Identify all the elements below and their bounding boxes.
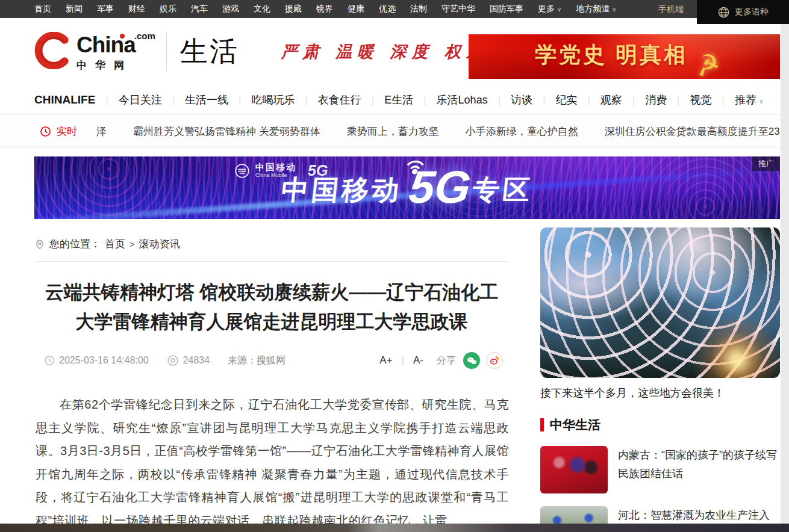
- breadcrumb-label: 您的位置：: [49, 237, 101, 251]
- top-nav-culture[interactable]: 文化: [254, 4, 270, 14]
- sidebar: 接下来这半个多月，这些地方会很美！ 中华生活 内蒙古：“国家的孩子”的孩子续写民…: [540, 227, 780, 532]
- ticker-item[interactable]: 小手添新绿，童心护自然: [466, 125, 578, 138]
- top-nav-more-dropdown[interactable]: 更多∨: [538, 4, 561, 14]
- publish-time: 2025-03-16 14:48:00: [44, 355, 149, 366]
- china-mobile-mark-icon: [234, 163, 250, 179]
- party-banner-text: 学党史 明真相: [535, 40, 688, 70]
- breadcrumb-current[interactable]: 滚动资讯: [139, 237, 180, 251]
- live-news-ticker: 实时 泽 霸州胜芳义警弘扬雷锋精神 关爱弱势群体 乘势而上，蓄力攻坚 小手添新绿…: [0, 114, 789, 148]
- nav-divider: |: [106, 95, 108, 105]
- top-nav-games[interactable]: 游戏: [222, 4, 239, 14]
- share-label: 分享: [437, 354, 456, 367]
- nav-divider: |: [588, 95, 590, 105]
- clock-icon: [40, 126, 51, 137]
- top-bar: 首页 新闻 军事 财经 娱乐 汽车 游戏 文化 援藏 镜界 健康 优选 法制 守…: [0, 0, 789, 18]
- brand-chinese-name: 中华网: [76, 60, 157, 70]
- share-wechat-button[interactable]: [463, 352, 480, 369]
- logo-divider: [166, 32, 167, 71]
- view-count-text: 24834: [183, 355, 210, 366]
- nav-food-clothing[interactable]: 衣食住行: [318, 93, 361, 107]
- top-nav-defense[interactable]: 国防军事: [490, 4, 523, 14]
- nav-life-frontline[interactable]: 生活一线: [185, 93, 228, 107]
- top-nav-auto[interactable]: 汽车: [191, 4, 208, 14]
- ticker-item[interactable]: 乘势而上，蓄力攻坚: [347, 125, 439, 138]
- nav-visual[interactable]: 视觉: [690, 93, 712, 107]
- ticker-label-text: 实时: [57, 125, 77, 138]
- location-pin-icon: [34, 239, 45, 250]
- page: 首页 新闻 军事 财经 娱乐 汽车 游戏 文化 援藏 镜界 健康 优选 法制 守…: [0, 0, 789, 532]
- wifi-icon: [402, 156, 429, 178]
- top-nav-lens[interactable]: 镜界: [316, 4, 333, 14]
- brand-text: China.com 中华网: [76, 34, 157, 70]
- top-nav-news[interactable]: 新闻: [66, 4, 83, 14]
- nav-observation[interactable]: 观察: [600, 93, 622, 107]
- nav-documentary[interactable]: 纪实: [555, 93, 577, 107]
- publish-time-text: 2025-03-16 14:48:00: [59, 355, 149, 366]
- font-controls-divider: |: [402, 354, 404, 367]
- section-accent-bar: [540, 418, 544, 431]
- view-count: 24834: [167, 354, 210, 367]
- top-nav-finance[interactable]: 财经: [128, 4, 145, 14]
- featured-photo-cherry-blossoms[interactable]: [540, 227, 780, 378]
- top-nav-home[interactable]: 首页: [34, 4, 51, 14]
- languages-button[interactable]: 更多语种: [697, 0, 789, 24]
- ad-title-left: 中国移动: [279, 172, 404, 208]
- nav-divider: |: [722, 95, 725, 105]
- ad-promo-tag: 推广: [752, 156, 780, 171]
- top-nav-heritage[interactable]: 守艺中华: [441, 4, 475, 14]
- window-right-edge: [781, 24, 789, 532]
- featured-photo-caption[interactable]: 接下来这半个多月，这些地方会很美！: [540, 386, 780, 400]
- section-nav: CHINALIFE | 今日关注 | 生活一线 | 吃喝玩乐 | 衣食住行 | …: [34, 85, 764, 114]
- top-nav-more-label: 更多: [538, 4, 555, 13]
- nav-divider: |: [632, 95, 635, 105]
- sidebar-news-item[interactable]: 内蒙古：“国家的孩子”的孩子续写民族团结佳话: [540, 446, 780, 493]
- nav-e-life[interactable]: E生活: [384, 93, 413, 107]
- nav-lohas[interactable]: 乐活Lohas: [437, 93, 488, 107]
- top-nav-military[interactable]: 军事: [97, 4, 114, 14]
- top-nav-law[interactable]: 法制: [410, 4, 427, 14]
- breadcrumb-home-link[interactable]: 首页: [105, 237, 125, 251]
- languages-label: 更多语种: [735, 7, 769, 17]
- nav-today-focus[interactable]: 今日关注: [119, 93, 162, 107]
- top-nav-tibet-aid[interactable]: 援藏: [285, 4, 302, 14]
- nav-eat-drink-play[interactable]: 吃喝玩乐: [251, 93, 295, 107]
- nav-divider: |: [498, 95, 501, 105]
- eye-icon: [167, 354, 179, 367]
- share-weibo-button[interactable]: [486, 352, 503, 369]
- nav-divider: |: [172, 95, 175, 105]
- brand-tld: .com: [134, 31, 155, 41]
- top-nav-entertainment[interactable]: 娱乐: [160, 4, 176, 14]
- ticker-item[interactable]: 霸州胜芳义警弘扬雷锋精神 关爱弱势群体: [133, 125, 320, 138]
- nav-divider: |: [543, 95, 545, 105]
- china-mobile-5g-ad-banner[interactable]: 中国移动 China Mobile 5G 中国移动 5G 专区 推广: [34, 156, 780, 219]
- clock-icon: [44, 355, 55, 366]
- top-nav-picks[interactable]: 优选: [379, 4, 396, 14]
- font-larger-button[interactable]: A+: [379, 354, 392, 367]
- ticker-item[interactable]: 泽: [96, 125, 107, 138]
- article-source: 来源：搜狐网: [228, 354, 285, 367]
- top-nav: 首页 新闻 军事 财经 娱乐 汽车 游戏 文化 援藏 镜界 健康 优选 法制 守…: [34, 4, 617, 14]
- weibo-icon: [489, 355, 500, 366]
- ticker-item[interactable]: 深圳住房公积金贷款最高额度提升至231万元: [605, 125, 789, 138]
- news-item-title: 内蒙古：“国家的孩子”的孩子续写民族团结佳话: [618, 446, 780, 493]
- mobile-version-link[interactable]: 手机端: [658, 0, 684, 18]
- top-nav-health[interactable]: 健康: [348, 4, 364, 14]
- top-nav-regions-dropdown[interactable]: 地方频道∨: [576, 4, 616, 14]
- wechat-icon: [467, 356, 477, 365]
- article-body-paragraph: 在第62个学雷锋纪念日到来之际，辽宁石油化工大学党委宣传部、研究生院、马克思主义…: [36, 393, 509, 532]
- site-section-title: 生活: [180, 33, 239, 70]
- brush-c-logo-icon: [34, 32, 72, 72]
- ad-banner-title: 中国移动 5G 专区: [279, 164, 536, 216]
- party-history-banner[interactable]: 学党史 明真相 ☭: [469, 34, 780, 79]
- breadcrumb-separator: >: [129, 239, 135, 249]
- font-smaller-button[interactable]: A-: [413, 354, 423, 367]
- nav-chinalife[interactable]: CHINALIFE: [34, 93, 95, 107]
- ad-title-right: 专区: [471, 172, 535, 208]
- top-nav-regions-label: 地方频道: [576, 4, 610, 13]
- china-com-logo[interactable]: China.com 中华网: [34, 32, 157, 72]
- font-size-controls: A+ | A-: [379, 354, 423, 367]
- masthead: China.com 中华网 生活 严肃 温暖 深度 权威 学党史 明真相 ☭: [0, 18, 789, 85]
- nav-recommended-dropdown[interactable]: 推荐∨: [735, 93, 764, 107]
- nav-interviews[interactable]: 访谈: [511, 93, 532, 107]
- nav-consumption[interactable]: 消费: [645, 93, 667, 107]
